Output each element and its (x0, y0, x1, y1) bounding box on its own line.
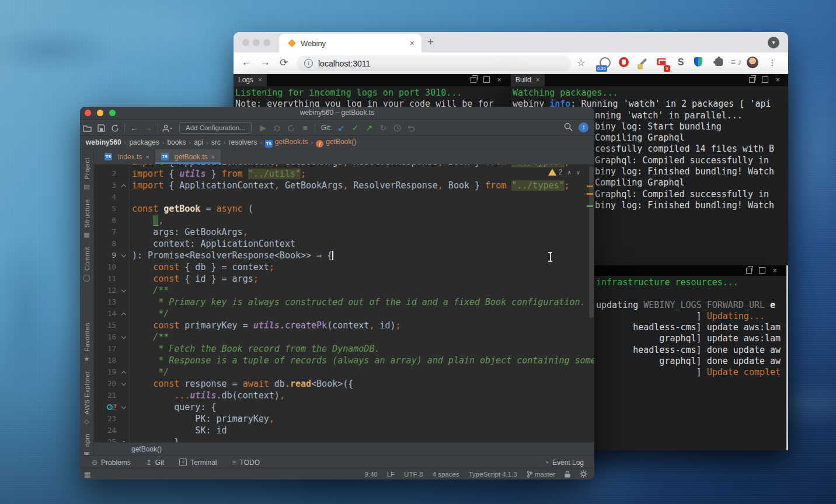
back-icon[interactable]: ← (127, 123, 141, 132)
line-number[interactable]: 18 (94, 355, 119, 366)
status-git-branch[interactable]: master (527, 471, 555, 478)
status-line-ending[interactable]: LF (387, 471, 395, 478)
close-icon[interactable]: × (497, 77, 501, 83)
status-caret-position[interactable]: 9:40 (364, 471, 377, 478)
breadcrumb-item[interactable]: webiny560 (86, 138, 121, 146)
breadcrumb-item[interactable]: api (194, 138, 203, 146)
fold-marker[interactable]: ↑ (119, 401, 130, 413)
line-number[interactable]: 13 (94, 296, 119, 308)
git-commit-icon[interactable]: ✓ (348, 123, 362, 132)
debug-icon[interactable] (270, 123, 284, 132)
change-stripe-mark[interactable] (587, 205, 593, 207)
maximize-icon[interactable] (483, 76, 490, 83)
inspection-widget[interactable]: 2 ∧ ∨ (548, 168, 580, 176)
line-number[interactable]: 16 (94, 331, 119, 343)
stripe-button-commit[interactable]: Commit◯ (83, 247, 90, 282)
tab-close-icon[interactable]: × (211, 153, 215, 160)
code-line[interactable]: 2import { utils } from "../utils"; (94, 168, 594, 180)
forward-icon[interactable]: → (141, 123, 155, 132)
git-update-icon[interactable]: ↙ (334, 123, 348, 132)
code-line[interactable]: 13 * Primary key is always constructed o… (94, 296, 594, 308)
editor-scrollbar[interactable] (589, 166, 594, 318)
line-number[interactable]: 5 (94, 203, 119, 215)
fold-marker[interactable] (119, 180, 130, 191)
address-bar[interactable]: i localhost:3011 (297, 55, 571, 71)
code-line[interactable]: 25 } (94, 436, 594, 442)
code-line[interactable]: 9): Promise<ResolverResponse<Book>> ⇒ { (94, 250, 594, 261)
fold-marker[interactable] (119, 378, 130, 390)
code-line[interactable]: 8 context: ApplicationContext (94, 238, 594, 250)
puzzle-extensions-icon[interactable] (712, 56, 726, 70)
code-line[interactable]: 6 _, (94, 215, 594, 226)
maximize-icon[interactable] (759, 267, 765, 274)
code-line[interactable]: 5const getBook = async ( (94, 203, 594, 215)
colorpicker-extension-icon[interactable] (636, 56, 650, 70)
line-number[interactable]: 3 (94, 180, 119, 191)
code-line[interactable]: 18 * Response is a tuple of records (alw… (94, 355, 594, 366)
tab-close-icon[interactable]: × (145, 153, 149, 160)
run-icon[interactable]: ▶ (256, 123, 270, 132)
ide-update-notification-icon[interactable]: ↑ (579, 123, 588, 132)
build-tab[interactable]: Build × (511, 74, 545, 86)
line-number[interactable]: 4 (94, 191, 119, 203)
fold-marker[interactable] (119, 250, 130, 261)
highlighting-level-gear-icon[interactable] (580, 470, 587, 478)
tool-window-button-problems[interactable]: ⊖Problems (92, 459, 131, 467)
fold-marker[interactable] (119, 285, 130, 296)
stripe-button-favorites[interactable]: Favorites★ (83, 323, 90, 363)
tool-window-button-git[interactable]: ↥Git (146, 459, 164, 467)
line-number[interactable]: 9 (94, 250, 119, 261)
code-editor[interactable]: 2 ∧ ∨ 1import { ApplicationContext, GetB… (94, 164, 594, 442)
fold-marker[interactable] (119, 436, 130, 442)
undo-icon[interactable] (404, 123, 418, 132)
breadcrumb-item[interactable]: resolvers (228, 138, 257, 146)
run-with-coverage-icon[interactable] (284, 123, 298, 132)
editor-tab-getBook.ts[interactable]: TSgetBook.ts× (155, 149, 221, 164)
breadcrumb-item[interactable]: TSgetBook.ts (265, 138, 308, 148)
profile-avatar[interactable] (746, 56, 760, 70)
run-gutter-icon[interactable]: ↑ (107, 403, 119, 411)
restore-icon[interactable] (749, 77, 755, 83)
adblock-extension-icon[interactable] (616, 56, 631, 70)
playlist-extension-icon[interactable]: ≡ ♪ (729, 56, 743, 70)
status-indent-style[interactable]: 4 spaces (433, 471, 459, 478)
history-clock-icon[interactable] (390, 123, 404, 132)
tool-window-switcher-icon[interactable]: ▦ (80, 470, 90, 478)
search-everywhere-icon[interactable] (564, 123, 573, 133)
line-number[interactable]: 6 (94, 215, 119, 226)
line-number[interactable]: 20 (94, 378, 119, 390)
ide-minimize-button[interactable] (97, 110, 103, 116)
tab-close-icon[interactable]: × (410, 38, 414, 48)
new-tab-button[interactable]: + (427, 36, 434, 48)
code-line[interactable]: 22↑ query: { (94, 401, 594, 413)
readonly-lock-icon[interactable] (565, 471, 570, 478)
ide-zoom-button[interactable] (109, 110, 116, 116)
stripe-button-structure[interactable]: Structure▦ (83, 199, 90, 239)
sync-icon[interactable] (108, 123, 122, 132)
code-line[interactable]: 4 (94, 191, 594, 203)
deploy-window-controls[interactable]: × (746, 267, 777, 274)
git-push-icon[interactable]: ↗ (362, 123, 376, 132)
warning-stripe-mark[interactable] (587, 186, 593, 187)
profile-settings-icon[interactable] (161, 123, 175, 132)
back-icon[interactable]: ← (242, 57, 252, 68)
sticky-context-bar[interactable]: getBook() (94, 442, 594, 456)
code-line[interactable]: 20 const response = await db.read<Book>(… (94, 378, 594, 390)
line-number[interactable]: 21 (94, 390, 119, 401)
code-line[interactable]: 7 args: GetBookArgs, (94, 226, 594, 238)
tool-window-button-terminal[interactable]: >Terminal (179, 459, 217, 467)
fold-marker[interactable] (119, 331, 130, 343)
code-line[interactable]: 3import { ApplicationContext, GetBookArg… (94, 180, 594, 191)
line-number[interactable]: 10 (94, 261, 119, 273)
line-number[interactable]: 24 (94, 425, 119, 436)
restore-icon[interactable] (746, 268, 752, 274)
stripe-button-npm[interactable]: npm▣ (83, 433, 90, 458)
line-number[interactable]: 15 (94, 320, 119, 331)
code-line[interactable]: 12 /** (94, 285, 594, 296)
line-number[interactable]: 14 (94, 308, 119, 320)
tool-window-button-todo[interactable]: ≡TODO (232, 459, 260, 467)
bookmark-star-icon[interactable]: ☆ (577, 57, 585, 68)
code-line[interactable]: 16 /** (94, 331, 594, 343)
close-icon[interactable]: × (772, 268, 777, 274)
code-line[interactable]: 15 const primaryKey = utils.createPk(con… (94, 320, 594, 331)
